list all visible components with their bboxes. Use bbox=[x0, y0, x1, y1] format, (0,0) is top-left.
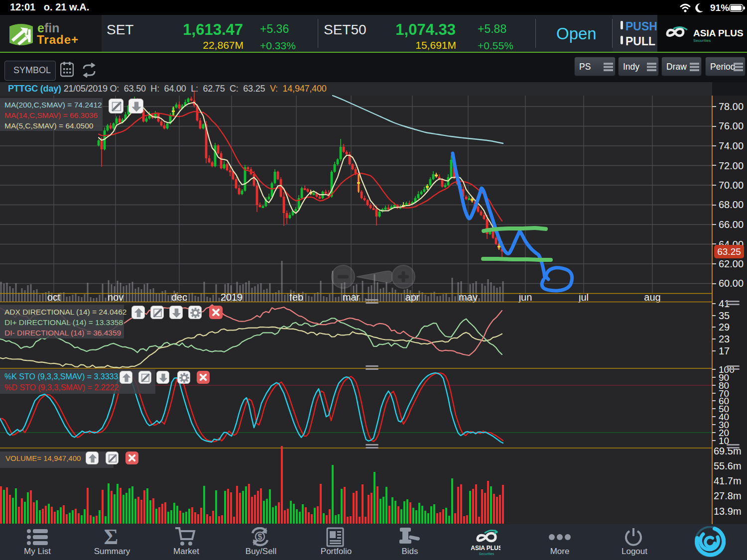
svg-text:74.00: 74.00 bbox=[719, 140, 744, 151]
svg-text:70.00: 70.00 bbox=[719, 180, 744, 191]
svg-text:41.7m: 41.7m bbox=[714, 475, 742, 486]
svg-text:66.00: 66.00 bbox=[719, 219, 744, 230]
svg-text:17: 17 bbox=[719, 345, 730, 356]
svg-text:$: $ bbox=[258, 533, 262, 541]
svg-text:ASIA PLUS: ASIA PLUS bbox=[471, 545, 500, 552]
svg-text:Σ: Σ bbox=[104, 527, 119, 547]
svg-text:29: 29 bbox=[719, 322, 730, 333]
svg-text:13.9m: 13.9m bbox=[714, 506, 742, 517]
svg-text:62.00: 62.00 bbox=[719, 258, 744, 269]
svg-text:23: 23 bbox=[719, 334, 730, 344]
svg-text:60.00: 60.00 bbox=[719, 278, 744, 289]
svg-text:76.00: 76.00 bbox=[719, 120, 744, 131]
svg-text:35: 35 bbox=[719, 310, 730, 321]
svg-text:78.00: 78.00 bbox=[719, 101, 744, 112]
svg-text:27.8m: 27.8m bbox=[714, 490, 742, 501]
svg-text:55.6m: 55.6m bbox=[714, 460, 742, 471]
svg-text:68.00: 68.00 bbox=[719, 199, 744, 210]
svg-text:63.25: 63.25 bbox=[717, 246, 741, 257]
svg-text:72.00: 72.00 bbox=[719, 160, 744, 171]
svg-text:Securities: Securities bbox=[479, 552, 495, 556]
